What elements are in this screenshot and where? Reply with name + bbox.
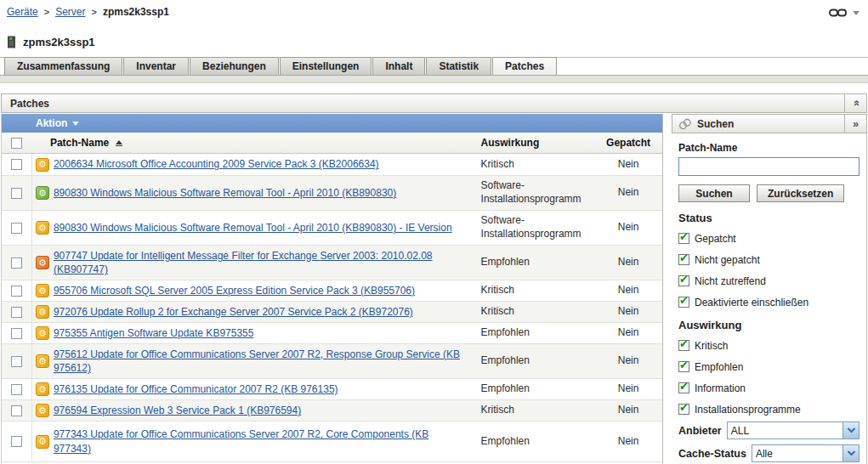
table-header-row: Patch-Name Auswirkung Gepatcht [2,133,662,154]
tab-patches[interactable]: Patches [492,57,557,75]
patch-icon: ⚙ [36,382,49,396]
impact-cell: Empfohlen [468,354,595,368]
select-dropdown-arrow-icon [842,445,859,461]
patch-name-header[interactable]: Patch-Name [32,137,468,149]
row-checkbox-cell [2,344,32,378]
table-row: ⚙ 976594 Expression Web 3 Service Pack 1… [2,400,662,422]
tab-zusammenfassung[interactable]: Zusammenfassung [4,57,122,75]
search-panel-title: Suchen [697,118,734,130]
impact-installationsprogramme-checkbox[interactable]: ✔ [678,404,689,415]
table-row: ⚙ 972076 Update Rollup 2 for Exchange Se… [2,302,662,323]
patch-name-cell: ⚙ 972076 Update Rollup 2 for Exchange Se… [32,305,468,319]
double-chevron-up-icon: » [850,100,861,106]
table-row: ⚙ 976135 Update for Office Communicator … [2,379,662,400]
cache-status-select[interactable]: Alle [752,444,859,462]
vendor-selected-value: ALL [731,425,749,437]
row-checkbox[interactable] [11,223,22,234]
action-dropdown-arrow-icon [72,122,79,126]
status-gepatcht-checkbox[interactable]: ✔ [678,233,689,244]
cache-status-filter-row: Cache-Status Alle [678,444,859,462]
search-button[interactable]: Suchen [678,184,750,202]
tab-inhalt[interactable]: Inhalt [372,57,425,75]
table-row: ⚙ 975612 Update for Office Communication… [2,344,662,379]
patch-name-cell: ⚙ 890830 Windows Malicious Software Remo… [32,221,468,235]
patch-icon: ⚙ [36,305,49,319]
collapse-panel-button[interactable]: » [844,94,866,112]
cache-status-selected-value: Alle [756,448,773,460]
patch-link[interactable]: 975612 Update for Office Communications … [54,348,468,375]
patch-name-header-label: Patch-Name [50,137,109,149]
patched-cell: Nein [594,382,662,396]
option-label: Empfohlen [695,361,743,373]
impact-information-checkbox[interactable]: ✔ [678,382,689,393]
patch-name-cell: ⚙ 955706 Microsoft SQL Server 2005 Expre… [32,284,468,297]
row-checkbox[interactable] [11,188,22,199]
select-all-checkbox[interactable] [11,138,22,149]
status-heading: Status [678,212,859,224]
device-header: zpms2k3ssp1 [7,36,95,48]
patch-link[interactable]: 976594 Expression Web 3 Service Pack 1 (… [54,404,301,417]
status-deaktivierte-checkbox[interactable]: ✔ [678,297,689,308]
patch-link[interactable]: 907747 Update for Intelligent Message Fi… [54,249,468,276]
checkmark-icon: ✔ [679,401,689,414]
patch-link[interactable]: 976135 Update for Office Communicator 20… [54,382,338,396]
patch-name-filter-input[interactable] [678,157,859,176]
impact-cell: Kritisch [468,158,595,172]
row-checkbox[interactable] [11,328,22,339]
expand-search-button[interactable]: » [844,115,866,133]
patch-icon: ⚙ [36,284,49,297]
row-checkbox[interactable] [11,384,22,395]
row-checkbox[interactable] [11,436,22,447]
patch-link[interactable]: 890830 Windows Malicious Software Remova… [54,221,452,235]
patch-link[interactable]: 972076 Update Rollup 2 for Exchange Serv… [54,305,413,319]
row-checkbox[interactable] [11,405,22,416]
tab-beziehungen[interactable]: Beziehungen [190,57,279,75]
checkmark-icon: ✔ [679,337,689,350]
row-checkbox[interactable] [11,356,22,367]
patch-name-filter-label: Patch-Name [678,142,859,154]
patch-link[interactable]: 890830 Windows Malicious Software Remova… [54,186,396,200]
patch-link[interactable]: 955706 Microsoft SQL Server 2005 Express… [54,284,415,297]
status-nicht-gepatcht-checkbox[interactable]: ✔ [678,254,689,265]
row-checkbox[interactable] [11,286,22,297]
sort-ascending-icon[interactable] [116,140,122,146]
patched-cell: Nein [594,354,662,368]
search-panel: Suchen » Patch-Name Suchen Zurücksetzen … [672,114,867,464]
select-all-cell [2,133,32,153]
tab-inventar[interactable]: Inventar [123,57,189,75]
impact-kritisch-checkbox[interactable]: ✔ [678,340,689,351]
row-checkbox[interactable] [11,257,22,269]
patch-name-cell: ⚙ 2006634 Microsoft Office Accounting 20… [32,157,468,171]
patch-link[interactable]: 2006634 Microsoft Office Accounting 2009… [54,157,379,171]
patch-icon: ⚙ [36,186,49,200]
table-row: ⚙ 977343 Update for Office Communication… [2,422,662,462]
breadcrumb: Geräte > Server > zpms2k3ssp1 [7,6,169,18]
patch-link[interactable]: 975355 Antigen Software Update KB975355 [54,326,254,340]
breadcrumb-link-geraete[interactable]: Geräte [7,6,38,18]
patched-cell: Nein [594,284,662,297]
tab-einstellungen[interactable]: Einstellungen [280,57,372,75]
filter-option: ✔ Gepatcht [678,231,859,246]
row-checkbox[interactable] [11,307,22,318]
select-dropdown-arrow-icon [842,422,859,439]
breadcrumb-link-server[interactable]: Server [55,6,85,18]
action-menu[interactable]: Aktion [2,114,662,133]
impact-empfohlen-checkbox[interactable]: ✔ [678,361,689,372]
option-label: Installationsprogramme [695,404,801,416]
filter-option: ✔ Deaktivierte einschließen [678,295,859,309]
row-checkbox-cell [2,422,32,461]
breadcrumb-separator: > [91,7,96,17]
row-checkbox[interactable] [11,159,22,170]
checkmark-icon: ✔ [679,359,689,371]
chevron-down-icon[interactable] [853,11,859,15]
tab-statistik[interactable]: Statistik [426,57,491,75]
impact-cell: Empfohlen [468,326,595,340]
reset-button[interactable]: Zurücksetzen [757,184,844,202]
patch-link[interactable]: 977343 Update for Office Communications … [54,427,468,455]
link-chain-icon[interactable] [829,8,847,17]
search-icon [678,118,692,130]
vendor-select[interactable]: ALL [727,422,859,439]
patch-name-cell: ⚙ 975355 Antigen Software Update KB97535… [32,326,468,340]
status-nicht-zutreffend-checkbox[interactable]: ✔ [678,275,689,286]
impact-cell: Kritisch [468,305,595,319]
